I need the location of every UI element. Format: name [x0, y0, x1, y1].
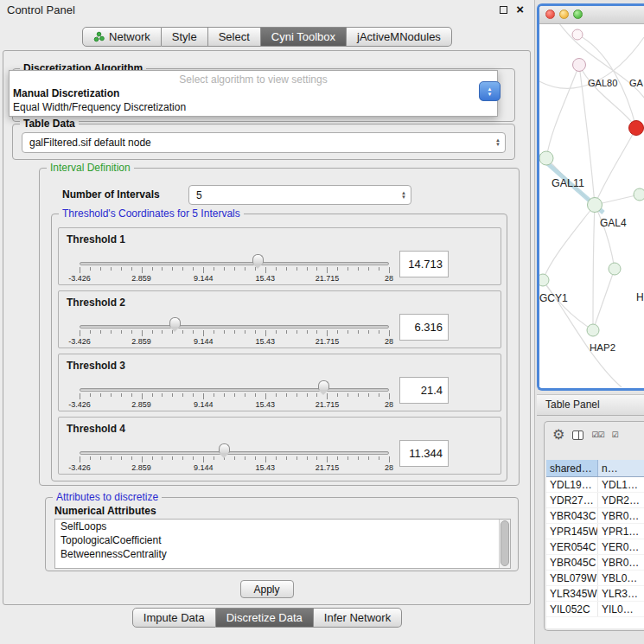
- cell-shared-name: YPR145W: [546, 524, 598, 539]
- threshold-value-field[interactable]: 6.316: [399, 314, 449, 341]
- table-data-group: Table Data galFiltered.sif default node …: [12, 124, 515, 160]
- scrollbar-thumb[interactable]: [501, 520, 509, 566]
- table-row[interactable]: YPR145WYPR1…: [546, 524, 644, 539]
- tick-mark: [286, 393, 287, 397]
- slider-ticks: [80, 330, 389, 337]
- tab-label: Select: [219, 30, 250, 43]
- select-all-columns-icon[interactable]: ☑☑: [591, 431, 603, 439]
- tab-select[interactable]: Select: [208, 27, 261, 47]
- attributes-listbox[interactable]: SelfLoopsTopologicalCoefficientBetweenne…: [54, 519, 511, 569]
- network-view-window: GAL80 GA GAL11 GAL4 GCY1 HAP2 H: [537, 3, 644, 391]
- slider-track[interactable]: [80, 388, 389, 392]
- network-canvas[interactable]: GAL80 GA GAL11 GAL4 GCY1 HAP2 H: [539, 24, 644, 387]
- threshold-slider[interactable]: -3.4262.8599.14415.4321.71528: [80, 443, 389, 473]
- table-row[interactable]: YBR043CYBR0…: [546, 508, 644, 524]
- float-window-icon[interactable]: [500, 6, 507, 14]
- unselect-columns-icon[interactable]: ☑: [611, 431, 617, 439]
- tick-mark: [182, 267, 183, 271]
- tick-mark: [142, 330, 143, 336]
- threshold-value-field[interactable]: 14.713: [399, 251, 449, 277]
- network-node[interactable]: [572, 29, 583, 40]
- attribute-list-item[interactable]: TopologicalCoefficient: [55, 533, 510, 547]
- algorithm-placeholder: Select algorithm to view settings: [10, 73, 497, 86]
- tab-infer-network[interactable]: Infer Network: [314, 608, 402, 628]
- tab-style[interactable]: Style: [162, 27, 208, 47]
- scale-label: 2.859: [131, 337, 151, 346]
- column-header-shared-name[interactable]: shared…: [546, 460, 598, 476]
- network-node-hap2[interactable]: [587, 324, 599, 336]
- network-node-gal11[interactable]: [539, 151, 553, 165]
- tick-mark: [265, 456, 266, 462]
- gear-icon[interactable]: ⚙: [552, 428, 564, 442]
- algorithm-option-manual[interactable]: Manual Discretization: [10, 86, 497, 100]
- network-node-gal80[interactable]: [573, 59, 586, 72]
- app-root: Control Panel × NetworkStyleSelectCyni T…: [0, 0, 644, 644]
- slider-thumb[interactable]: [169, 317, 181, 327]
- attributes-group: Attributes to discretize Numerical Attri…: [45, 497, 519, 571]
- tab-impute-data[interactable]: Impute Data: [132, 608, 216, 628]
- cell-name: YIL0…: [598, 602, 644, 616]
- algorithm-select-stepper[interactable]: ▲ ▼: [479, 81, 501, 101]
- threshold-value-field[interactable]: 11.344: [399, 440, 449, 467]
- attribute-list-item[interactable]: BetweennessCentrality: [55, 547, 510, 561]
- cell-name: YBR0…: [598, 555, 644, 570]
- cell-name: YDL1…: [598, 477, 644, 492]
- slider-track[interactable]: [80, 451, 389, 455]
- tab-network[interactable]: Network: [82, 27, 162, 47]
- network-node[interactable]: [634, 188, 644, 201]
- cell-name: YDR2…: [598, 493, 644, 507]
- threshold-value-field[interactable]: 21.4: [399, 377, 449, 404]
- attribute-list-item[interactable]: SelfLoops: [55, 520, 510, 533]
- slider-thumb[interactable]: [252, 254, 264, 264]
- selected-node[interactable]: [629, 121, 644, 136]
- table-row[interactable]: YDR27…YDR2…: [546, 493, 644, 508]
- tick-mark: [224, 267, 225, 271]
- close-icon[interactable]: ×: [516, 4, 524, 15]
- tick-mark: [307, 330, 308, 334]
- table-data-value: galFiltered.sif default node: [29, 137, 151, 149]
- zoom-window-button[interactable]: [573, 10, 583, 19]
- network-node-gal4[interactable]: [588, 198, 603, 213]
- cell-name: YBL0…: [598, 571, 644, 585]
- column-header-name[interactable]: n…: [598, 460, 644, 476]
- tick-mark: [142, 267, 143, 273]
- slider-thumb[interactable]: [219, 443, 230, 453]
- show-columns-icon[interactable]: [572, 430, 583, 440]
- tab-discretize-data[interactable]: Discretize Data: [216, 608, 314, 628]
- threshold-slider[interactable]: -3.4262.8599.14415.4321.71528: [80, 317, 389, 347]
- table-row[interactable]: YLR345WYLR3…: [546, 586, 644, 602]
- threshold-slider[interactable]: -3.4262.8599.14415.4321.71528: [80, 254, 389, 284]
- network-node-gcy1[interactable]: [539, 274, 549, 286]
- table-data-select[interactable]: galFiltered.sif default node ▲▼: [22, 132, 506, 153]
- control-panel: Control Panel × NetworkStyleSelectCyni T…: [0, 0, 535, 644]
- attributes-scrollbar[interactable]: [499, 520, 510, 568]
- slider-track[interactable]: [80, 325, 389, 328]
- tick-mark: [111, 330, 112, 334]
- close-window-button[interactable]: [545, 10, 555, 19]
- table-row[interactable]: YDL19…YDL1…: [546, 477, 644, 493]
- tab-jactivemnodules[interactable]: jActiveMNodules: [347, 27, 452, 47]
- threshold-panel-3: Threshold 3-3.4262.8599.14415.4321.71528…: [58, 354, 501, 411]
- table-row[interactable]: YIL052CYIL0…: [546, 602, 644, 617]
- slider-scale: -3.4262.8599.14415.4321.71528: [80, 337, 389, 346]
- table-row[interactable]: YER054CYER0…: [546, 539, 644, 555]
- threshold-panel-1: Threshold 1-3.4262.8599.14415.4321.71528…: [58, 227, 501, 285]
- minimize-window-button[interactable]: [559, 10, 569, 19]
- threshold-slider[interactable]: -3.4262.8599.14415.4321.71528: [80, 380, 389, 410]
- table-data-label: Table Data: [20, 118, 79, 130]
- tick-mark: [358, 330, 359, 334]
- tab-cyni-toolbox[interactable]: Cyni Toolbox: [261, 27, 347, 47]
- intervals-count-select[interactable]: 5 ▲▼: [188, 185, 411, 205]
- slider-thumb[interactable]: [318, 380, 329, 390]
- tick-mark: [162, 267, 163, 271]
- algorithm-option-equal-width[interactable]: Equal Width/Frequency Discretization: [10, 100, 497, 114]
- cell-shared-name: YBR045C: [546, 555, 598, 570]
- slider-track[interactable]: [80, 262, 389, 265]
- network-node[interactable]: [609, 263, 621, 275]
- numerical-attributes-label: Numerical Attributes: [54, 505, 156, 517]
- table-row[interactable]: YBL079WYBL0…: [546, 571, 644, 586]
- tick-mark: [327, 456, 328, 462]
- table-row[interactable]: YBR045CYBR0…: [546, 555, 644, 571]
- apply-button[interactable]: Apply: [240, 580, 294, 598]
- traffic-lights: [545, 10, 583, 19]
